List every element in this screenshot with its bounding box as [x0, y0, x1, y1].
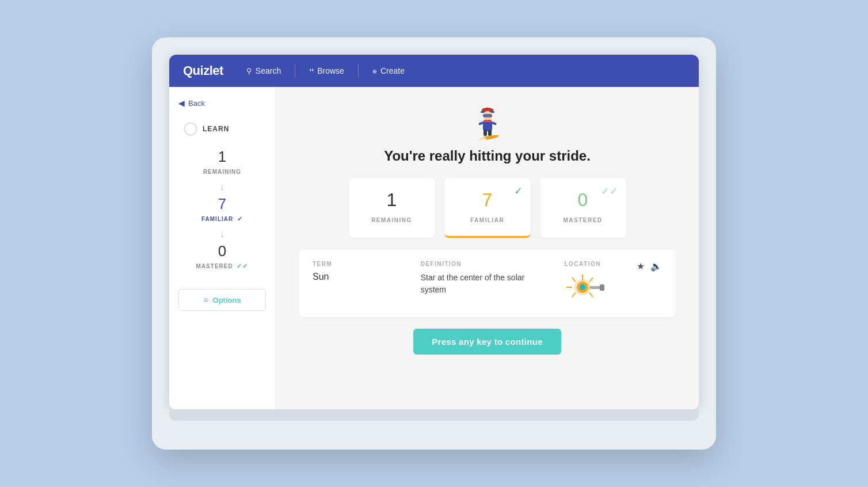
navigation: Quizlet ⚲ Search ❛❛ Browse ⎈ Create [169, 55, 699, 87]
arrow-down-1: ↓ [178, 181, 266, 193]
nav-divider-1 [295, 64, 295, 77]
familiar-check-icon: ✓ [237, 215, 243, 222]
stats-cards: 1 REMAINING ✓ 7 FAMILIAR ✓✓ 0 MASTERED [299, 178, 676, 238]
location-label: LOCATION [559, 261, 606, 267]
back-label: Back [188, 99, 205, 108]
svg-point-0 [184, 123, 196, 135]
learn-label: LEARN [203, 125, 229, 133]
flashcard-row: TERM Sun DEFINITION Star at the center o… [313, 261, 662, 306]
card-remaining-label: REMAINING [371, 217, 412, 223]
familiar-card: ✓ 7 FAMILIAR [444, 178, 531, 238]
mastered-card: ✓✓ 0 MASTERED [540, 178, 626, 238]
options-button[interactable]: ≡ Options [178, 289, 266, 311]
card-familiar-label: FAMILIAR [470, 217, 504, 223]
arrow-down-2: ↓ [178, 228, 266, 240]
sun-illustration [559, 272, 606, 303]
options-label: Options [213, 296, 241, 305]
mastered-label: MASTERED ✓✓ [196, 263, 249, 269]
svg-rect-8 [483, 122, 492, 131]
back-button[interactable]: ◀ Back [178, 98, 266, 108]
sidebar-mastered-stat: 0 MASTERED ✓✓ [178, 242, 266, 271]
search-nav-item[interactable]: ⚲ Search [246, 66, 281, 75]
sidebar-familiar-stat: 7 FAMILIAR ✓ [178, 195, 266, 223]
svg-line-21 [572, 292, 576, 297]
back-arrow-icon: ◀ [178, 98, 185, 108]
flashcard-cols: TERM Sun DEFINITION Star at the center o… [313, 261, 637, 306]
browse-label: Browse [317, 66, 344, 75]
browse-icon: ❛❛ [309, 67, 314, 75]
remaining-card: 1 REMAINING [349, 178, 435, 238]
familiar-label: FAMILIAR ✓ [201, 216, 243, 222]
svg-rect-12 [488, 130, 492, 136]
svg-line-18 [589, 292, 593, 297]
familiar-check-icon: ✓ [514, 185, 523, 197]
svg-line-16 [589, 277, 593, 282]
search-icon: ⚲ [246, 67, 252, 75]
page-title: You're really hitting your stride. [384, 148, 591, 164]
mastered-number: 0 [178, 242, 266, 260]
continue-button[interactable]: Press any key to continue [413, 329, 561, 355]
location-column: LOCATION [528, 261, 637, 306]
flashcard-actions: ★ 🔈 [637, 261, 662, 272]
laptop-bottom [169, 409, 699, 421]
definition-column: DEFINITION Star at the center of the sol… [421, 261, 529, 306]
logo[interactable]: Quizlet [183, 63, 223, 78]
svg-point-14 [477, 137, 486, 140]
term-value: Sun [313, 272, 421, 282]
content-area: ◀ Back LEARN 1 REMAINING [169, 87, 699, 409]
learn-header: LEARN [178, 121, 266, 136]
svg-point-24 [580, 284, 585, 290]
learn-section: LEARN 1 REMAINING ↓ 7 FAMILIAR ✓ [178, 121, 266, 311]
card-remaining-number: 1 [363, 189, 421, 211]
sidebar-remaining-stat: 1 REMAINING [178, 148, 266, 176]
term-column: TERM Sun [313, 261, 421, 306]
flashcard: TERM Sun DEFINITION Star at the center o… [299, 249, 676, 317]
definition-value: Star at the center of the solar system [421, 272, 529, 296]
star-icon[interactable]: ★ [637, 261, 645, 272]
definition-label: DEFINITION [421, 261, 529, 267]
mascot-illustration [469, 103, 506, 140]
mastered-check-double-icon: ✓✓ [601, 185, 618, 197]
mastered-check-icon: ✓✓ [237, 262, 248, 269]
create-label: Create [380, 66, 405, 75]
term-label: TERM [313, 261, 421, 267]
remaining-number: 1 [178, 148, 266, 166]
audio-icon[interactable]: 🔈 [650, 261, 662, 272]
create-nav-item[interactable]: ⎈ Create [372, 66, 405, 75]
sidebar: ◀ Back LEARN 1 REMAINING [169, 87, 276, 409]
search-label: Search [256, 66, 281, 75]
svg-rect-6 [483, 114, 492, 117]
main-content: You're really hitting your stride. 1 REM… [276, 87, 699, 409]
nav-divider-2 [358, 64, 359, 77]
create-icon: ⎈ [372, 67, 377, 75]
learn-progress-icon [183, 121, 198, 136]
options-icon: ≡ [203, 295, 208, 305]
svg-rect-11 [484, 130, 487, 136]
svg-line-19 [572, 277, 576, 282]
remaining-label: REMAINING [203, 169, 241, 175]
browse-nav-item[interactable]: ❛❛ Browse [309, 66, 344, 75]
familiar-number: 7 [178, 195, 266, 213]
svg-rect-26 [600, 284, 604, 291]
card-familiar-number: 7 [458, 189, 517, 211]
card-mastered-label: MASTERED [563, 217, 602, 223]
